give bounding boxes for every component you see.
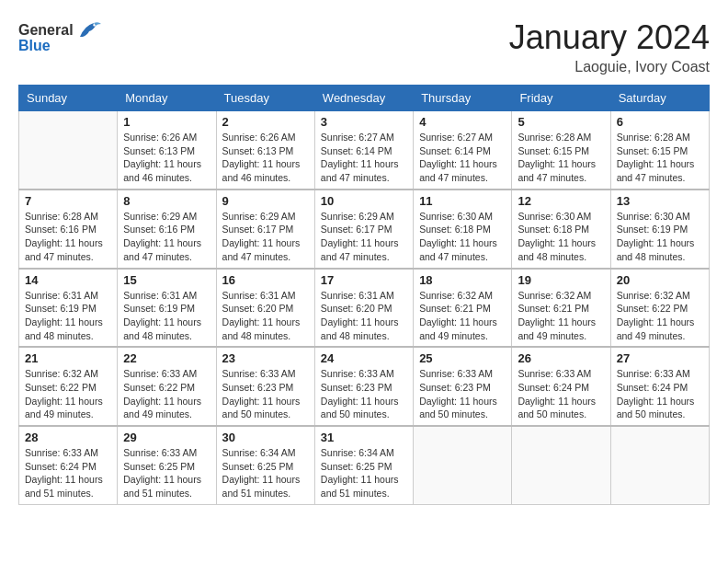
day-info: Sunrise: 6:27 AM Sunset: 6:14 PM Dayligh… xyxy=(419,131,506,185)
logo-bird-icon xyxy=(75,18,103,41)
calendar-cell: 26Sunrise: 6:33 AM Sunset: 6:24 PM Dayli… xyxy=(512,347,610,426)
logo-blue-text: Blue xyxy=(18,38,51,54)
day-number: 10 xyxy=(321,194,407,208)
calendar-day-header: Wednesday xyxy=(314,86,413,111)
calendar-week-row: 1Sunrise: 6:26 AM Sunset: 6:13 PM Daylig… xyxy=(19,111,710,190)
calendar-week-row: 14Sunrise: 6:31 AM Sunset: 6:19 PM Dayli… xyxy=(19,269,710,348)
calendar-day-header: Thursday xyxy=(414,86,512,111)
day-info: Sunrise: 6:33 AM Sunset: 6:24 PM Dayligh… xyxy=(518,367,604,421)
month-year-title: January 2024 xyxy=(509,18,710,57)
calendar-cell: 13Sunrise: 6:30 AM Sunset: 6:19 PM Dayli… xyxy=(610,190,709,269)
day-info: Sunrise: 6:27 AM Sunset: 6:14 PM Dayligh… xyxy=(321,131,407,185)
day-number: 2 xyxy=(222,115,309,129)
day-info: Sunrise: 6:28 AM Sunset: 6:16 PM Dayligh… xyxy=(25,210,111,264)
day-info: Sunrise: 6:26 AM Sunset: 6:13 PM Dayligh… xyxy=(222,131,309,185)
day-info: Sunrise: 6:29 AM Sunset: 6:16 PM Dayligh… xyxy=(123,210,210,264)
calendar-cell: 15Sunrise: 6:31 AM Sunset: 6:19 PM Dayli… xyxy=(118,269,216,348)
day-info: Sunrise: 6:32 AM Sunset: 6:22 PM Dayligh… xyxy=(25,367,111,421)
calendar-cell: 6Sunrise: 6:28 AM Sunset: 6:15 PM Daylig… xyxy=(610,111,709,190)
calendar-cell xyxy=(610,426,709,504)
calendar-cell xyxy=(414,426,512,504)
day-number: 16 xyxy=(222,273,309,287)
day-number: 3 xyxy=(321,115,407,129)
day-number: 28 xyxy=(25,431,111,444)
day-number: 25 xyxy=(419,351,506,365)
day-info: Sunrise: 6:31 AM Sunset: 6:19 PM Dayligh… xyxy=(25,289,111,343)
calendar-cell: 16Sunrise: 6:31 AM Sunset: 6:20 PM Dayli… xyxy=(216,269,314,348)
calendar-cell: 7Sunrise: 6:28 AM Sunset: 6:16 PM Daylig… xyxy=(19,190,118,269)
day-info: Sunrise: 6:33 AM Sunset: 6:24 PM Dayligh… xyxy=(617,367,703,421)
calendar-cell: 8Sunrise: 6:29 AM Sunset: 6:16 PM Daylig… xyxy=(118,190,216,269)
calendar-cell xyxy=(512,426,610,504)
day-number: 18 xyxy=(419,273,506,287)
calendar-cell: 23Sunrise: 6:33 AM Sunset: 6:23 PM Dayli… xyxy=(216,347,314,426)
day-info: Sunrise: 6:34 AM Sunset: 6:25 PM Dayligh… xyxy=(321,446,407,500)
calendar-week-row: 7Sunrise: 6:28 AM Sunset: 6:16 PM Daylig… xyxy=(19,190,710,269)
day-number: 27 xyxy=(617,351,703,365)
day-info: Sunrise: 6:28 AM Sunset: 6:15 PM Dayligh… xyxy=(518,131,604,185)
calendar-cell: 4Sunrise: 6:27 AM Sunset: 6:14 PM Daylig… xyxy=(414,111,512,190)
day-number: 1 xyxy=(123,115,210,129)
calendar-cell: 11Sunrise: 6:30 AM Sunset: 6:18 PM Dayli… xyxy=(414,190,512,269)
calendar-cell: 14Sunrise: 6:31 AM Sunset: 6:19 PM Dayli… xyxy=(19,269,118,348)
day-info: Sunrise: 6:33 AM Sunset: 6:24 PM Dayligh… xyxy=(25,446,111,500)
day-number: 17 xyxy=(321,273,407,287)
day-number: 9 xyxy=(222,194,309,208)
calendar-cell: 28Sunrise: 6:33 AM Sunset: 6:24 PM Dayli… xyxy=(19,426,118,504)
day-number: 21 xyxy=(25,351,111,365)
day-number: 19 xyxy=(518,273,604,287)
calendar-cell: 27Sunrise: 6:33 AM Sunset: 6:24 PM Dayli… xyxy=(610,347,709,426)
day-info: Sunrise: 6:33 AM Sunset: 6:23 PM Dayligh… xyxy=(321,367,407,421)
day-info: Sunrise: 6:30 AM Sunset: 6:18 PM Dayligh… xyxy=(518,210,604,264)
day-number: 15 xyxy=(123,273,210,287)
calendar-cell: 30Sunrise: 6:34 AM Sunset: 6:25 PM Dayli… xyxy=(216,426,314,504)
calendar-day-header: Tuesday xyxy=(216,86,314,111)
calendar-day-header: Saturday xyxy=(610,86,709,111)
day-number: 24 xyxy=(321,351,407,365)
calendar-cell: 10Sunrise: 6:29 AM Sunset: 6:17 PM Dayli… xyxy=(314,190,413,269)
logo-general-text: General xyxy=(18,22,74,39)
calendar-cell: 20Sunrise: 6:32 AM Sunset: 6:22 PM Dayli… xyxy=(610,269,709,348)
day-info: Sunrise: 6:32 AM Sunset: 6:21 PM Dayligh… xyxy=(419,289,506,343)
calendar-cell: 17Sunrise: 6:31 AM Sunset: 6:20 PM Dayli… xyxy=(314,269,413,348)
calendar-cell: 31Sunrise: 6:34 AM Sunset: 6:25 PM Dayli… xyxy=(314,426,413,504)
day-number: 22 xyxy=(123,351,210,365)
day-number: 6 xyxy=(617,115,703,129)
day-info: Sunrise: 6:32 AM Sunset: 6:22 PM Dayligh… xyxy=(617,289,703,343)
day-number: 7 xyxy=(25,194,111,208)
day-info: Sunrise: 6:29 AM Sunset: 6:17 PM Dayligh… xyxy=(321,210,407,264)
calendar-cell: 5Sunrise: 6:28 AM Sunset: 6:15 PM Daylig… xyxy=(512,111,610,190)
day-number: 29 xyxy=(123,431,210,444)
day-info: Sunrise: 6:33 AM Sunset: 6:25 PM Dayligh… xyxy=(123,446,210,500)
day-number: 5 xyxy=(518,115,604,129)
day-info: Sunrise: 6:28 AM Sunset: 6:15 PM Dayligh… xyxy=(617,131,703,185)
day-number: 26 xyxy=(518,351,604,365)
day-info: Sunrise: 6:32 AM Sunset: 6:21 PM Dayligh… xyxy=(518,289,604,343)
day-number: 12 xyxy=(518,194,604,208)
calendar-cell xyxy=(19,111,118,190)
day-info: Sunrise: 6:31 AM Sunset: 6:20 PM Dayligh… xyxy=(321,289,407,343)
calendar-cell: 24Sunrise: 6:33 AM Sunset: 6:23 PM Dayli… xyxy=(314,347,413,426)
calendar-cell: 3Sunrise: 6:27 AM Sunset: 6:14 PM Daylig… xyxy=(314,111,413,190)
calendar-cell: 21Sunrise: 6:32 AM Sunset: 6:22 PM Dayli… xyxy=(19,347,118,426)
logo: General Blue xyxy=(18,18,103,54)
title-section: January 2024 Laoguie, Ivory Coast xyxy=(509,18,710,75)
calendar-cell: 29Sunrise: 6:33 AM Sunset: 6:25 PM Dayli… xyxy=(118,426,216,504)
calendar-header-row: SundayMondayTuesdayWednesdayThursdayFrid… xyxy=(19,86,710,111)
calendar-cell: 1Sunrise: 6:26 AM Sunset: 6:13 PM Daylig… xyxy=(118,111,216,190)
day-info: Sunrise: 6:33 AM Sunset: 6:22 PM Dayligh… xyxy=(123,367,210,421)
calendar-day-header: Sunday xyxy=(19,86,118,111)
calendar-day-header: Friday xyxy=(512,86,610,111)
calendar-week-row: 28Sunrise: 6:33 AM Sunset: 6:24 PM Dayli… xyxy=(19,426,710,504)
day-info: Sunrise: 6:30 AM Sunset: 6:19 PM Dayligh… xyxy=(617,210,703,264)
day-number: 20 xyxy=(617,273,703,287)
day-info: Sunrise: 6:33 AM Sunset: 6:23 PM Dayligh… xyxy=(419,367,506,421)
calendar-table: SundayMondayTuesdayWednesdayThursdayFrid… xyxy=(18,85,710,505)
day-info: Sunrise: 6:31 AM Sunset: 6:20 PM Dayligh… xyxy=(222,289,309,343)
location-subtitle: Laoguie, Ivory Coast xyxy=(509,59,710,75)
day-info: Sunrise: 6:26 AM Sunset: 6:13 PM Dayligh… xyxy=(123,131,210,185)
day-number: 4 xyxy=(419,115,506,129)
day-number: 11 xyxy=(419,194,506,208)
page-header: General Blue January 2024 Laoguie, Ivory… xyxy=(18,18,710,75)
calendar-week-row: 21Sunrise: 6:32 AM Sunset: 6:22 PM Dayli… xyxy=(19,347,710,426)
